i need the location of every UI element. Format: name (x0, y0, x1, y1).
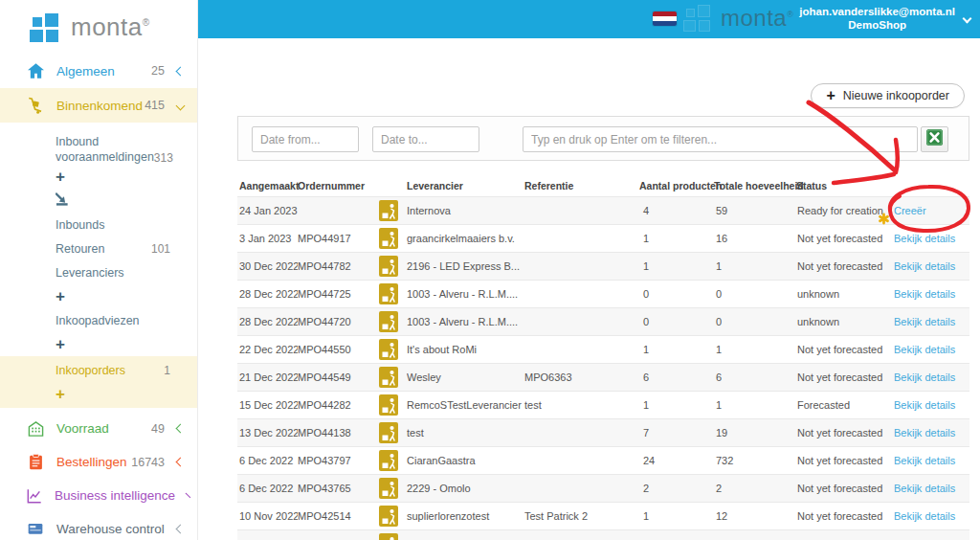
sidebar-item-algemeen[interactable]: Algemeen 25 (0, 54, 197, 88)
registered-mark: ® (143, 17, 150, 28)
table-row: 30 Dec 2022 MPO44782 2196 - LED Express … (237, 252, 969, 280)
inkooporders-table: Aangemaakt Ordernummer Leverancier Refer… (237, 175, 969, 540)
date-to-input[interactable] (372, 126, 479, 152)
cell-ordernummer: MPO44725 (298, 288, 379, 300)
monta-squares-icon (30, 12, 59, 42)
cell-status: Not yet forecasted (796, 371, 894, 383)
sidebar-item-inbound-vooraanmeldingen[interactable]: Inbound vooraanmeldingen 313 (56, 123, 197, 165)
supplier-icon (379, 450, 398, 471)
col-header-aangemaakt[interactable]: Aangemaakt (237, 180, 298, 191)
cell-action: Bekijk details (894, 233, 969, 244)
cell-leverancier: CiaranGaastra (407, 455, 524, 466)
chevron-left-icon[interactable] (176, 525, 186, 534)
add-leverancier-button[interactable]: + (56, 284, 197, 308)
row-action-link[interactable]: Bekijk details (894, 427, 955, 439)
cell-ordernummer: MPO44138 (298, 427, 379, 439)
chevron-down-icon[interactable] (963, 14, 972, 24)
col-header-totale-hoeveelheid[interactable]: Totale hoeveelheid (714, 180, 796, 191)
row-action-link[interactable]: Bekijk details (894, 288, 955, 300)
cell-action: Bekijk details (894, 260, 969, 272)
supplier-icon (379, 311, 398, 332)
sidebar-item-leveranciers[interactable]: Leveranciers (56, 260, 197, 284)
logo-text: monta (71, 12, 143, 41)
sidebar-item-inbounds[interactable]: Inbounds (56, 213, 197, 236)
monta-logo[interactable]: monta® (0, 0, 197, 54)
add-inkoopadvies-button[interactable]: + (56, 332, 197, 356)
cell-totale-hoeveelheid: 0 (714, 316, 796, 327)
sidebar-item-label: Bestellingen (56, 455, 131, 469)
cell-referentie: Test Patrick 2 (524, 510, 639, 522)
plus-icon: + (56, 287, 65, 306)
col-header-status[interactable]: Status (796, 180, 894, 191)
row-action-link[interactable]: Bekijk details (894, 260, 955, 272)
cell-totale-hoeveelheid: 1 (714, 344, 796, 355)
cell-action: Bekijk details (894, 344, 969, 355)
col-header-leverancier[interactable]: Leverancier (407, 180, 524, 191)
cell-totale-hoeveelheid: 732 (714, 455, 796, 466)
sidebar-item-binnenkomend[interactable]: Binnenkomend 415 (0, 88, 197, 123)
cell-ordernummer: MPO44550 (298, 344, 379, 355)
add-inkooporder-button[interactable]: + (56, 382, 197, 406)
chevron-left-icon[interactable] (176, 66, 186, 76)
supplier-icon (379, 200, 398, 221)
cell-aangemaakt: 30 Dec 2022 (237, 260, 298, 272)
sidebar-item-business-intelligence[interactable]: Business intelligence (0, 479, 197, 512)
col-header-ordernummer[interactable]: Ordernummer (298, 180, 379, 191)
cell-supplier-icon (379, 339, 407, 360)
cell-status: Not yet forecasted (796, 260, 894, 272)
row-action-link[interactable]: Bekijk details (894, 233, 955, 244)
item-count: 313 (154, 151, 173, 165)
row-action-link[interactable]: Bekijk details (894, 399, 955, 411)
cell-aangemaakt: 22 Dec 2022 (237, 344, 298, 355)
add-vooraanmelding-button[interactable]: + (56, 165, 197, 189)
date-from-input[interactable] (252, 126, 359, 152)
cell-aangemaakt: 10 Nov 2022 (237, 510, 298, 522)
table-row: 15 Dec 2022 MPO44282 RemcoSTestLeveranci… (237, 391, 969, 418)
cell-action: Bekijk details (894, 427, 969, 439)
sidebar-item-bestellingen[interactable]: Bestellingen 16743 (0, 445, 197, 479)
col-header-aantal-producten[interactable]: Aantal producten (639, 180, 714, 191)
item-count: 16743 (131, 456, 165, 469)
row-action-link[interactable]: Bekijk details (894, 483, 955, 494)
inbound-dock-button[interactable] (56, 189, 197, 213)
col-header-referentie[interactable]: Referentie (524, 180, 639, 191)
cell-leverancier: Internova (407, 205, 524, 216)
chevron-left-icon[interactable] (176, 424, 186, 434)
cell-aangemaakt: 24 Jan 2023 (237, 205, 298, 216)
dutch-flag-icon[interactable] (653, 11, 677, 26)
cell-ordernummer: MPO44782 (298, 260, 379, 272)
row-action-link[interactable]: Bekijk details (894, 371, 955, 383)
chevron-left-icon[interactable] (176, 458, 186, 467)
cell-leverancier: 2229 - Omolo (407, 483, 524, 494)
table-row: 10 Nov 2022 MPO42514 suplierlorenzotest … (237, 502, 969, 529)
row-action-link[interactable]: Bekijk details (894, 344, 955, 355)
row-action-link[interactable]: Bekijk details (894, 510, 955, 522)
cell-aangemaakt: 28 Dec 2022 (237, 288, 298, 300)
cell-totale-hoeveelheid: 6 (714, 371, 796, 383)
chevron-left-icon[interactable] (186, 493, 191, 499)
plus-icon: + (56, 385, 65, 404)
sidebar-item-voorraad[interactable]: Voorraad 49 (0, 412, 197, 445)
sidebar-item-inkooporders[interactable]: Inkooporders 1 (56, 358, 197, 382)
export-excel-button[interactable] (921, 126, 948, 152)
supplier-icon (379, 506, 398, 527)
cell-aangemaakt: 21 Dec 2022 (237, 371, 298, 383)
new-inkooporder-button[interactable]: + Nieuwe inkooporder (811, 83, 965, 108)
sidebar-item-retouren[interactable]: Retouren 101 (56, 236, 197, 260)
row-action-link[interactable]: Bekijk details (894, 455, 955, 466)
supplier-icon (379, 478, 398, 499)
table-row: 10 Nov 2022 MPO42510 1003 - Alveru - R.L… (237, 529, 969, 540)
sidebar-item-inkoopadviezen[interactable]: Inkoopadviezen (56, 308, 197, 332)
row-action-link[interactable]: Creeër (894, 205, 926, 216)
cell-totale-hoeveelheid: 12 (714, 510, 796, 522)
search-input[interactable] (523, 126, 918, 152)
item-count: 49 (151, 422, 165, 436)
cell-status: Not yet forecasted (796, 455, 894, 466)
sidebar-item-warehouse-control[interactable]: Warehouse control (0, 512, 197, 540)
supplier-icon (379, 339, 398, 360)
row-action-link[interactable]: Bekijk details (894, 316, 955, 327)
user-menu[interactable]: johan.vanderslikke@monta.nl DemoShop (799, 5, 955, 32)
item-count: 415 (145, 99, 165, 112)
chevron-down-icon[interactable] (176, 101, 186, 110)
cell-leverancier: 1003 - Alveru - R.L.M.... (407, 288, 524, 300)
